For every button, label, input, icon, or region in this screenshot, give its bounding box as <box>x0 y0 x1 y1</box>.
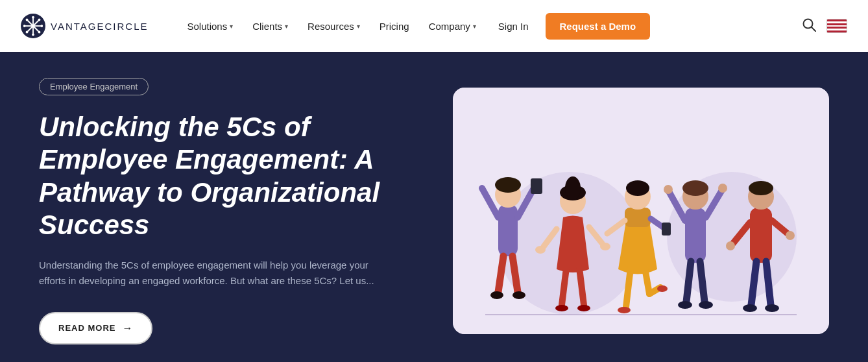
svg-point-50 <box>618 307 631 313</box>
request-demo-button[interactable]: Request a Demo <box>546 13 651 40</box>
svg-point-39 <box>577 305 590 311</box>
nav-links: Solutions ▾ Clients ▾ Resources ▾ Pricin… <box>179 13 794 40</box>
read-more-button[interactable]: READ MORE → <box>39 312 152 344</box>
hero-section: Employee Engagement Unlocking the 5Cs of… <box>0 52 868 362</box>
navbar: VANTAGECIRCLE Solutions ▾ Clients ▾ Reso… <box>0 0 868 52</box>
chevron-down-icon: ▾ <box>473 23 476 30</box>
nav-right-icons <box>799 15 847 38</box>
nav-item-solutions[interactable]: Solutions ▾ <box>179 16 241 37</box>
chevron-down-icon: ▾ <box>357 23 360 30</box>
nav-item-resources[interactable]: Resources ▾ <box>300 16 368 37</box>
svg-rect-63 <box>750 208 772 263</box>
hero-content: Employee Engagement Unlocking the 5Cs of… <box>39 78 414 344</box>
svg-point-33 <box>535 246 546 254</box>
category-badge: Employee Engagement <box>39 78 149 95</box>
svg-point-72 <box>743 304 757 312</box>
logo-wordmark: VANTAGECIRCLE <box>51 21 148 32</box>
svg-point-7 <box>23 25 26 27</box>
svg-point-61 <box>678 301 692 309</box>
svg-point-35 <box>600 243 610 250</box>
svg-line-37 <box>579 268 584 305</box>
svg-point-31 <box>565 176 581 200</box>
svg-line-47 <box>626 268 631 307</box>
svg-rect-19 <box>498 204 518 256</box>
hero-description: Understanding the 5Cs of employee engage… <box>39 258 389 289</box>
svg-point-62 <box>699 301 713 309</box>
svg-point-27 <box>490 291 503 299</box>
language-flag-icon[interactable] <box>826 19 847 33</box>
svg-point-10 <box>38 31 41 34</box>
hero-illustration <box>453 88 829 334</box>
svg-point-54 <box>682 180 708 196</box>
arrow-icon: → <box>122 322 133 334</box>
svg-rect-46 <box>662 223 671 235</box>
svg-point-38 <box>555 305 568 311</box>
svg-line-14 <box>812 27 815 31</box>
nav-item-company[interactable]: Company ▾ <box>421 16 484 37</box>
svg-point-73 <box>765 304 779 312</box>
svg-line-59 <box>686 261 691 302</box>
svg-point-28 <box>512 291 525 299</box>
svg-point-8 <box>40 25 43 27</box>
svg-line-60 <box>700 261 705 302</box>
svg-point-12 <box>26 31 29 34</box>
search-icon[interactable] <box>799 15 819 38</box>
nav-item-clients[interactable]: Clients ▾ <box>245 16 296 37</box>
svg-line-48 <box>645 268 649 294</box>
svg-point-5 <box>32 16 34 19</box>
nav-signin-link[interactable]: Sign In <box>488 16 539 37</box>
svg-point-21 <box>495 177 521 193</box>
svg-rect-52 <box>685 208 706 263</box>
logo[interactable]: VANTAGECIRCLE <box>21 14 148 38</box>
svg-point-67 <box>726 241 735 250</box>
svg-point-69 <box>786 231 795 240</box>
svg-rect-40 <box>625 208 651 227</box>
hero-title: Unlocking the 5Cs of Employee Engagement… <box>39 111 414 242</box>
chevron-down-icon: ▾ <box>230 23 233 30</box>
hero-illustration-container <box>453 88 829 334</box>
svg-point-58 <box>718 184 727 193</box>
svg-point-42 <box>626 180 649 196</box>
svg-line-71 <box>766 261 771 305</box>
svg-rect-24 <box>531 178 542 194</box>
svg-point-6 <box>32 33 34 36</box>
logo-icon <box>21 14 45 38</box>
svg-point-11 <box>38 19 41 21</box>
svg-line-36 <box>562 268 566 305</box>
svg-point-9 <box>26 19 29 21</box>
nav-item-pricing[interactable]: Pricing <box>372 16 417 37</box>
svg-point-65 <box>749 181 773 195</box>
chevron-down-icon: ▾ <box>285 23 288 30</box>
svg-point-51 <box>657 285 668 292</box>
svg-point-57 <box>664 185 673 194</box>
